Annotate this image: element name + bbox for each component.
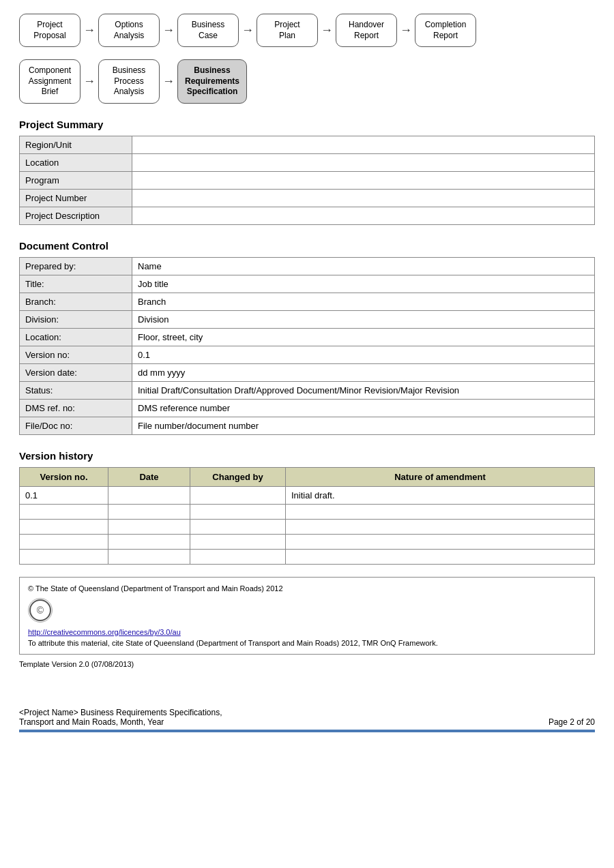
attribution-text: To attribute this material, cite State o…: [28, 639, 586, 647]
page-footer: <Project Name> Business Requirements Spe…: [19, 689, 595, 732]
table-row: File/Doc no:File number/document number: [20, 417, 595, 434]
flow-step-component-assignment-brief: ComponentAssignmentBrief: [19, 59, 81, 104]
nature-cell: [286, 504, 595, 519]
version-history-heading: Version history: [19, 450, 595, 462]
project-summary-table: Region/UnitLocationProgramProject Number…: [19, 136, 595, 225]
table-row: DMS ref. no:DMS reference number: [20, 399, 595, 417]
date-cell: [108, 534, 190, 549]
table-row: Division:Division: [20, 310, 595, 328]
project-summary-heading: Project Summary: [19, 119, 595, 130]
date-cell: [108, 549, 190, 564]
changed-by-cell: [190, 534, 286, 549]
row-value: [132, 189, 595, 207]
changed-by-cell: [190, 519, 286, 534]
version-cell: [20, 504, 108, 519]
table-row: Version date:dd mm yyyy: [20, 363, 595, 381]
row-value: Initial Draft/Consultation Draft/Approve…: [132, 381, 595, 399]
flow-diagram-2: ComponentAssignmentBrief → BusinessProce…: [19, 59, 595, 104]
flow-step-business-requirements-specification: BusinessRequirementsSpecification: [177, 59, 247, 104]
arrow-4: →: [321, 23, 333, 38]
arrow-3: →: [242, 23, 254, 38]
table-row: [20, 519, 595, 534]
row-value: Floor, street, city: [132, 328, 595, 346]
row-value: 0.1: [132, 346, 595, 363]
date-cell: [108, 486, 190, 504]
table-row: Project Description: [20, 207, 595, 224]
flow-step-business-case: BusinessCase: [177, 14, 239, 47]
row-label: Region/Unit: [20, 136, 132, 153]
arrow-1: →: [83, 23, 96, 38]
row-value: [132, 207, 595, 224]
arrow-5: →: [400, 23, 412, 38]
version-cell: 0.1: [20, 486, 108, 504]
arrow-7: →: [162, 74, 175, 89]
page-number: Page 2 of 20: [549, 717, 595, 727]
table-row: Location:Floor, street, city: [20, 328, 595, 346]
footer-line: [19, 730, 595, 732]
copyright-text: © The State of Queensland (Department of…: [28, 584, 586, 593]
arrow-6: →: [83, 74, 96, 89]
column-header: Date: [108, 467, 190, 486]
table-row: Branch:Branch: [20, 293, 595, 310]
row-label: DMS ref. no:: [20, 399, 132, 417]
row-value: dd mm yyyy: [132, 363, 595, 381]
arrow-2: →: [162, 23, 175, 38]
table-row: Prepared by:Name: [20, 257, 595, 275]
version-cell: [20, 519, 108, 534]
flow-step-handover-report: HandoverReport: [336, 14, 397, 47]
row-value: Division: [132, 310, 595, 328]
row-value: DMS reference number: [132, 399, 595, 417]
table-row: [20, 504, 595, 519]
row-label: Prepared by:: [20, 257, 132, 275]
table-row: Status:Initial Draft/Consultation Draft/…: [20, 381, 595, 399]
table-row: 0.1 Initial draft.: [20, 486, 595, 504]
row-label: Division:: [20, 310, 132, 328]
row-value: File number/document number: [132, 417, 595, 434]
version-cell: [20, 534, 108, 549]
svg-text:©: ©: [37, 605, 44, 616]
version-cell: [20, 549, 108, 564]
row-value: [132, 171, 595, 189]
table-row: [20, 549, 595, 564]
column-header: Changed by: [190, 467, 286, 486]
table-row: Title:Job title: [20, 275, 595, 293]
row-label: Location: [20, 153, 132, 171]
changed-by-cell: [190, 549, 286, 564]
row-label: Branch:: [20, 293, 132, 310]
row-label: Version date:: [20, 363, 132, 381]
cc-link[interactable]: http://creativecommons.org/licences/by/3…: [28, 628, 586, 636]
row-label: Project Description: [20, 207, 132, 224]
changed-by-cell: [190, 486, 286, 504]
flow-step-project-plan: ProjectPlan: [257, 14, 318, 47]
version-history-table: Version no.DateChanged byNature of amend…: [19, 467, 595, 565]
date-cell: [108, 519, 190, 534]
row-label: Project Number: [20, 189, 132, 207]
nature-cell: [286, 549, 595, 564]
row-label: Status:: [20, 381, 132, 399]
document-control-table: Prepared by:NameTitle:Job titleBranch:Br…: [19, 257, 595, 435]
table-row: Version no:0.1: [20, 346, 595, 363]
table-row: Project Number: [20, 189, 595, 207]
flow-diagram-1: ProjectProposal → OptionsAnalysis → Busi…: [19, 14, 595, 47]
column-header: Version no.: [20, 467, 108, 486]
flow-step-completion-report: CompletionReport: [415, 14, 476, 47]
document-control-heading: Document Control: [19, 240, 595, 252]
row-label: Version no:: [20, 346, 132, 363]
row-label: Location:: [20, 328, 132, 346]
row-label: File/Doc no:: [20, 417, 132, 434]
cc-icon: ©: [28, 598, 53, 623]
nature-cell: Initial draft.: [286, 486, 595, 504]
flow-step-project-proposal: ProjectProposal: [19, 14, 81, 47]
footer-box: © The State of Queensland (Department of…: [19, 577, 595, 655]
table-row: Program: [20, 171, 595, 189]
flow-step-options-analysis: OptionsAnalysis: [98, 14, 160, 47]
row-label: Title:: [20, 275, 132, 293]
changed-by-cell: [190, 504, 286, 519]
table-row: Location: [20, 153, 595, 171]
template-version: Template Version 2.0 (07/08/2013): [19, 660, 595, 668]
table-row: Region/Unit: [20, 136, 595, 153]
table-row: [20, 534, 595, 549]
row-value: Job title: [132, 275, 595, 293]
date-cell: [108, 504, 190, 519]
row-value: Branch: [132, 293, 595, 310]
